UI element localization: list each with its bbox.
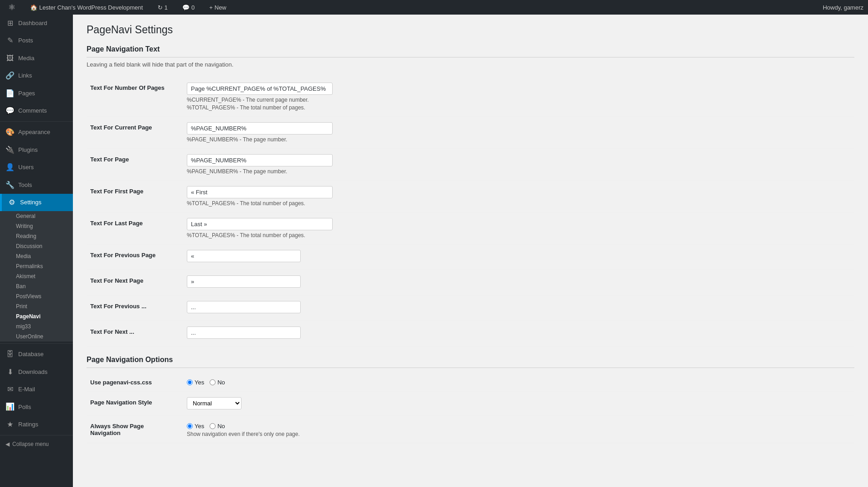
- input-page[interactable]: [187, 154, 333, 166]
- new-content-link[interactable]: + New: [205, 0, 230, 15]
- input-last-page[interactable]: [187, 218, 333, 230]
- note-number-of-pages-2: %TOTAL_PAGES% - The total number of page…: [187, 104, 851, 111]
- field-previous-page-cell: [178, 244, 854, 270]
- submenu-item-useronline[interactable]: UserOnline: [0, 332, 73, 342]
- users-icon: 👤: [5, 162, 15, 172]
- separator-1: [0, 121, 73, 122]
- input-next-ellipsis[interactable]: [187, 326, 301, 339]
- sidebar-item-label: Polls: [18, 403, 31, 411]
- row-next-ellipsis: Text For Next ...: [87, 321, 854, 347]
- collapse-menu-button[interactable]: ◀ Collapse menu: [0, 437, 73, 451]
- links-icon: 🔗: [5, 71, 15, 81]
- submenu-item-media-settings[interactable]: Media: [0, 251, 73, 261]
- note-page-1: %PAGE_NUMBER% - The page number.: [187, 168, 851, 175]
- always-show-no-label[interactable]: No: [210, 423, 225, 430]
- row-nav-style: Page Navigation Style Normal scrolling: [87, 392, 854, 415]
- label-first-page: Text For First Page: [87, 181, 178, 212]
- label-number-of-pages: Text For Number Of Pages: [87, 77, 178, 117]
- sidebar-item-label: Database: [18, 350, 44, 358]
- input-previous-page[interactable]: [187, 250, 301, 262]
- input-number-of-pages[interactable]: [187, 83, 333, 95]
- options-table: Use pagenavi-css.css Yes No: [87, 372, 854, 443]
- submenu-item-discussion[interactable]: Discussion: [0, 241, 73, 251]
- updates-link[interactable]: ↻ 1: [154, 0, 171, 15]
- sidebar-item-appearance[interactable]: 🎨 Appearance: [0, 124, 73, 141]
- label-previous-ellipsis: Text For Previous ...: [87, 295, 178, 321]
- note-last-page-1: %TOTAL_PAGES% - The total number of page…: [187, 232, 851, 238]
- row-previous-ellipsis: Text For Previous ...: [87, 295, 854, 321]
- comments-bubble-icon: 💬: [5, 106, 15, 116]
- row-always-show: Always Show Page Navigation Yes No: [87, 415, 854, 443]
- comments-link[interactable]: 💬 0: [179, 0, 198, 15]
- always-show-yes-label[interactable]: Yes: [187, 423, 204, 430]
- label-always-show: Always Show Page Navigation: [87, 415, 178, 443]
- site-name[interactable]: 🏠 Lester Chan's WordPress Development: [26, 0, 147, 15]
- sidebar-item-label: Appearance: [18, 128, 50, 136]
- sidebar-item-links[interactable]: 🔗 Links: [0, 67, 73, 84]
- sidebar-item-media[interactable]: 🖼 Media: [0, 50, 73, 67]
- sidebar-item-email[interactable]: ✉ E-Mail: [0, 381, 73, 398]
- wp-logo-icon: ⚛: [8, 2, 15, 12]
- appearance-icon: 🎨: [5, 127, 15, 137]
- use-css-no-label[interactable]: No: [210, 379, 225, 386]
- sidebar-item-users[interactable]: 👤 Users: [0, 159, 73, 176]
- submenu-item-mig33[interactable]: mig33: [0, 321, 73, 332]
- input-previous-ellipsis[interactable]: [187, 301, 301, 313]
- sidebar-item-settings[interactable]: ⚙ Settings: [0, 194, 73, 211]
- submenu-item-pagenavi[interactable]: PageNavi: [0, 311, 73, 321]
- sidebar-item-posts[interactable]: ✎ Posts: [0, 32, 73, 49]
- sidebar-item-database[interactable]: 🗄 Database: [0, 346, 73, 363]
- submenu-item-general[interactable]: General: [0, 211, 73, 221]
- sidebar-item-downloads[interactable]: ⬇ Downloads: [0, 363, 73, 381]
- section-spacer: [87, 347, 854, 356]
- submenu-item-akismet[interactable]: Akismet: [0, 271, 73, 281]
- label-last-page: Text For Last Page: [87, 212, 178, 244]
- sidebar-item-polls[interactable]: 📊 Polls: [0, 398, 73, 415]
- always-show-yes-radio[interactable]: [187, 423, 193, 429]
- field-first-page-cell: %TOTAL_PAGES% - The total number of page…: [178, 181, 854, 212]
- sidebar-item-plugins[interactable]: 🔌 Plugins: [0, 141, 73, 159]
- nav-style-select[interactable]: Normal scrolling: [187, 397, 241, 409]
- sidebar-item-ratings[interactable]: ★ Ratings: [0, 416, 73, 433]
- label-use-css: Use pagenavi-css.css: [87, 372, 178, 392]
- sidebar-item-dashboard[interactable]: ⊞ Dashboard: [0, 15, 73, 32]
- sidebar-item-label: E-Mail: [18, 385, 35, 394]
- row-number-of-pages: Text For Number Of Pages %CURRENT_PAGE% …: [87, 77, 854, 117]
- collapse-icon: ◀: [5, 441, 10, 447]
- submenu-item-reading[interactable]: Reading: [0, 231, 73, 241]
- sidebar-item-label: Posts: [18, 36, 33, 45]
- note-current-page-1: %PAGE_NUMBER% - The page number.: [187, 136, 851, 143]
- row-page: Text For Page %PAGE_NUMBER% - The page n…: [87, 149, 854, 181]
- database-icon: 🗄: [5, 349, 15, 359]
- nav-text-section-heading: Page Navigation Text: [87, 45, 854, 57]
- use-css-yes-radio[interactable]: [187, 379, 193, 385]
- row-next-page: Text For Next Page: [87, 270, 854, 295]
- sidebar-item-label: Users: [18, 163, 34, 171]
- input-first-page[interactable]: [187, 186, 333, 198]
- use-css-yes-label[interactable]: Yes: [187, 379, 204, 386]
- input-next-page[interactable]: [187, 275, 301, 288]
- plus-icon: +: [209, 4, 213, 11]
- submenu-item-permalinks[interactable]: Permalinks: [0, 261, 73, 271]
- sidebar-item-comments[interactable]: 💬 Comments: [0, 102, 73, 119]
- label-current-page: Text For Current Page: [87, 117, 178, 149]
- sidebar-item-label: Plugins: [18, 146, 38, 154]
- sidebar-item-tools[interactable]: 🔧 Tools: [0, 176, 73, 194]
- always-show-no-radio[interactable]: [210, 423, 216, 429]
- use-css-no-radio[interactable]: [210, 379, 216, 385]
- sidebar: ⊞ Dashboard ✎ Posts 🖼 Media 🔗 Links 📄 Pa…: [0, 15, 73, 487]
- downloads-icon: ⬇: [5, 367, 15, 377]
- sidebar-item-label: Tools: [18, 181, 32, 189]
- submenu-item-writing[interactable]: Writing: [0, 221, 73, 231]
- plugins-icon: 🔌: [5, 145, 15, 155]
- submenu-item-ban[interactable]: Ban: [0, 281, 73, 291]
- sidebar-item-label: Comments: [18, 107, 47, 115]
- tools-icon: 🔧: [5, 180, 15, 190]
- pages-icon: 📄: [5, 88, 15, 98]
- submenu-item-postviews[interactable]: PostViews: [0, 291, 73, 301]
- input-current-page[interactable]: [187, 122, 333, 135]
- sidebar-item-pages[interactable]: 📄 Pages: [0, 85, 73, 102]
- row-last-page: Text For Last Page %TOTAL_PAGES% - The t…: [87, 212, 854, 244]
- wp-logo[interactable]: ⚛: [5, 0, 19, 15]
- submenu-item-print[interactable]: Print: [0, 301, 73, 311]
